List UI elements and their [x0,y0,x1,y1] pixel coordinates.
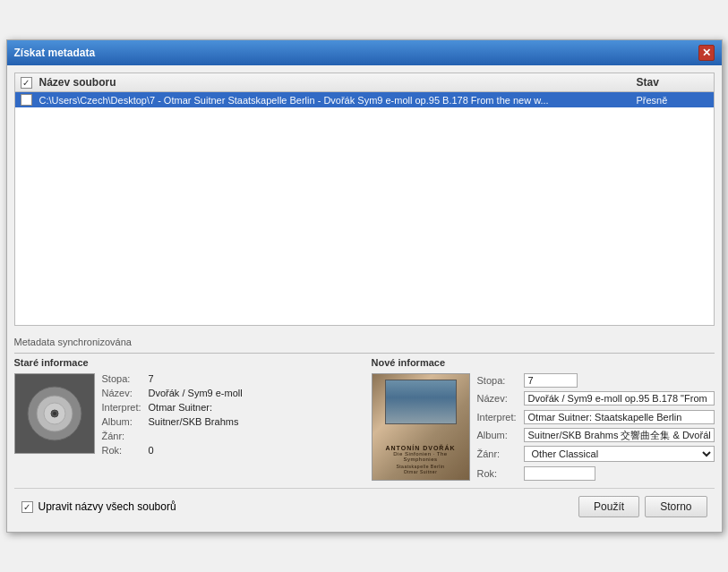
album-composer: ANTONÍN DVOŘÁK [376,445,466,451]
table-body: C:\Users\Czech\Desktop\7 - Otmar Suitner… [15,92,714,325]
new-genre-label: Žánr: [477,448,517,459]
old-track-label: Stopa: [102,373,141,384]
edit-names-checkbox[interactable] [21,501,33,513]
info-section: Staré informace Stopa: [14,357,715,481]
album-text-block: ANTONÍN DVOŘÁK Die Sinfonien · The Symph… [376,445,466,474]
new-fields-grid: Stopa: Název: Interpret: Album: Žánr: Ot… [477,373,715,481]
old-album-label: Album: [102,416,141,427]
album-art-overlay [373,380,469,426]
new-info-col: Nové informace ANTONÍN DVOŘÁK Die Sinfon… [372,357,715,481]
old-info-col: Staré informace Stopa: [14,357,357,481]
header-checkbox[interactable] [21,77,32,89]
new-year-input[interactable] [524,466,595,481]
old-track-value: 7 [149,373,243,384]
close-button[interactable]: ✕ [698,45,715,61]
new-track-label: Stopa: [477,375,517,386]
new-genre-select[interactable]: Other Classical [524,446,715,462]
metadata-sync-label: Metadata synchronizována [14,333,715,349]
title-bar: Získat metadata ✕ [7,40,722,65]
content-area: Název souboru Stav C:\Users\Czech\Deskto… [7,65,722,532]
old-artist-value: Otmar Suitner: [149,402,243,413]
old-artist-label: Interpret: [102,402,141,413]
old-album-value: Suitner/SKB Brahms [149,416,243,427]
window-title: Získat metadata [14,47,96,59]
table-row[interactable]: C:\Users\Czech\Desktop\7 - Otmar Suitner… [15,92,714,107]
divider [14,353,715,354]
old-info-panel: Stopa: 7 Název: Dvořák / Sym9 e-moll Int… [14,373,357,456]
col-status-header: Stav [637,76,708,89]
new-album-label: Album: [477,430,517,440]
new-year-label: Rok: [477,468,517,479]
album-bridge-image [385,380,457,424]
apply-button[interactable]: Použít [578,496,639,517]
new-name-input[interactable] [524,391,715,406]
row-filename: C:\Users\Czech\Desktop\7 - Otmar Suitner… [39,95,630,106]
cd-icon [23,382,86,445]
new-artist-input[interactable] [524,410,715,424]
col-filename-header: Název souboru [39,76,630,89]
album-subtitle: Staatskapelle Berlin Otmar Suitner [376,464,466,474]
old-fields-grid: Stopa: 7 Název: Dvořák / Sym9 e-moll Int… [102,373,243,456]
old-genre-label: Žánr: [102,431,141,441]
bottom-bar: Upravit názvy všech souborů Použít Storn… [14,488,715,525]
new-album-input[interactable] [524,428,715,442]
bottom-left: Upravit názvy všech souborů [21,500,176,513]
main-window: Získat metadata ✕ Název souboru Stav C:\… [6,39,723,533]
new-album-art: ANTONÍN DVOŘÁK Die Sinfonien · The Symph… [372,373,470,481]
new-track-input[interactable] [524,373,578,388]
row-status: Přesně [637,95,708,106]
edit-names-label: Upravit názvy všech souborů [39,500,176,513]
new-info-panel: ANTONÍN DVOŘÁK Die Sinfonien · The Symph… [372,373,715,481]
old-name-value: Dvořák / Sym9 e-moll [149,388,243,398]
table-header: Název souboru Stav [15,73,714,92]
album-art-inner: ANTONÍN DVOŘÁK Die Sinfonien · The Symph… [373,374,469,480]
old-album-art [14,373,95,454]
old-info-label: Staré informace [14,357,357,368]
old-name-label: Název: [102,388,141,398]
cancel-button[interactable]: Storno [645,496,707,517]
row-checkbox[interactable] [21,94,32,106]
file-table: Název souboru Stav C:\Users\Czech\Deskto… [14,73,715,326]
old-year-label: Rok: [102,445,141,456]
new-name-label: Název: [477,393,517,404]
new-info-label: Nové informace [372,357,715,368]
bottom-right: Použít Storno [578,496,707,517]
title-bar-buttons: ✕ [698,45,715,61]
svg-point-4 [53,412,56,415]
old-year-value: 0 [149,445,243,456]
new-artist-label: Interpret: [477,412,517,423]
album-title: Die Sinfonien · The Symphonies [376,451,466,462]
